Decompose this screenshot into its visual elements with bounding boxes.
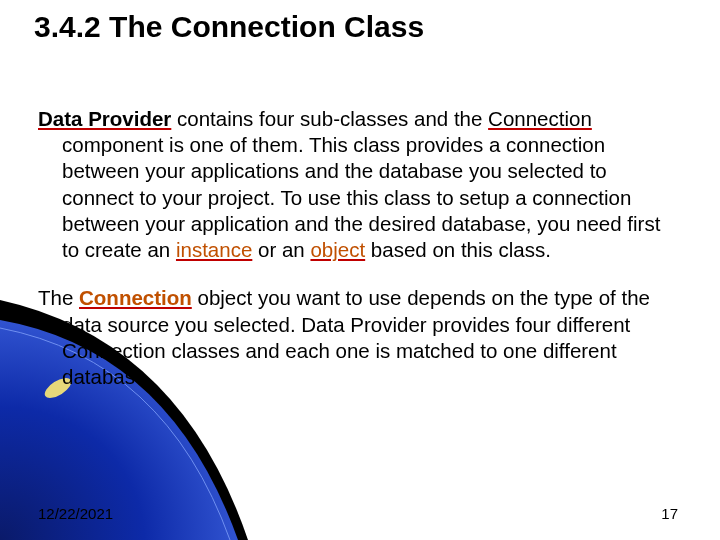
term-connection-bold: Connection <box>79 286 192 309</box>
footer-date: 12/22/2021 <box>38 505 113 522</box>
text: The <box>38 286 79 309</box>
term-object: object <box>310 238 365 261</box>
term-instance: instance <box>176 238 252 261</box>
paragraph-1: Data Provider contains four sub-classes … <box>38 106 678 263</box>
term-connection: Connection <box>488 107 592 130</box>
paragraph-2: The Connection object you want to use de… <box>38 285 678 390</box>
slide-title: 3.4.2 The Connection Class <box>34 10 424 44</box>
text: based on this class. <box>365 238 551 261</box>
slide: 3.4.2 The Connection Class Data Provider… <box>0 0 720 540</box>
slide-body: Data Provider contains four sub-classes … <box>38 106 678 412</box>
slide-footer: 12/22/2021 17 <box>38 505 678 522</box>
text: contains four sub-classes and the <box>171 107 488 130</box>
term-data-provider: Data Provider <box>38 107 171 130</box>
text: or an <box>252 238 310 261</box>
footer-page-number: 17 <box>661 505 678 522</box>
